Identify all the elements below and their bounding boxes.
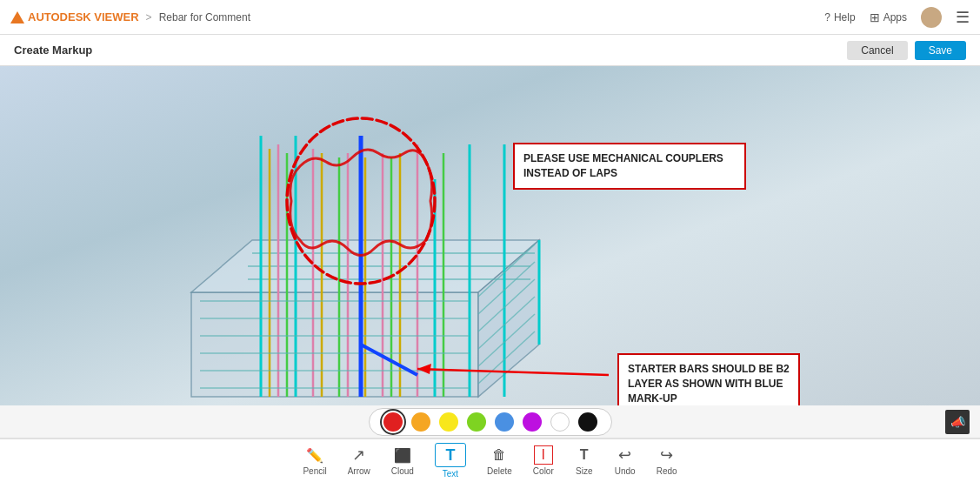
tool-cloud-label: Cloud	[391, 466, 414, 476]
bottom-toolbar: ✏️ Pencil ↗ Arrow ⬛ Cloud T Text 🗑 Delet…	[0, 438, 980, 482]
color-blue[interactable]	[495, 412, 514, 432]
tool-undo[interactable]: ↩ Undo	[615, 445, 636, 476]
tool-redo-label: Redo	[657, 466, 677, 476]
pencil-icon: ✏️	[305, 445, 324, 465]
tool-undo-label: Undo	[615, 466, 636, 476]
subheader-buttons: Cancel Save	[847, 41, 966, 60]
tool-pencil[interactable]: ✏️ Pencil	[303, 445, 326, 476]
apps-grid-icon: ⊞	[870, 10, 880, 24]
tool-text-label: Text	[443, 469, 458, 479]
help-label: Help	[834, 11, 856, 23]
canvas-area: PLEASE USE MECHANICAL COUPLERS INSTEAD O…	[0, 66, 980, 405]
color-orange[interactable]	[411, 412, 430, 432]
delete-icon: 🗑	[490, 445, 509, 465]
header-right: ? Help ⊞ Apps ☰	[824, 7, 970, 28]
tool-size-label: Size	[576, 466, 592, 476]
color-red[interactable]	[383, 412, 403, 432]
header: AUTODESK VIEWER > Rebar for Comment ? He…	[0, 0, 980, 35]
tool-text[interactable]: T Text	[435, 443, 466, 479]
autodesk-triangle-icon	[10, 11, 24, 23]
undo-icon: ↩	[616, 445, 635, 465]
tool-color[interactable]: I Color	[533, 445, 554, 476]
breadcrumb-separator: >	[146, 11, 152, 23]
color-picker-icon: I	[534, 445, 553, 465]
annotation-2-text: STARTER BARS SHOULD BE B2 LAYER AS SHOWN…	[628, 363, 790, 405]
color-green[interactable]	[467, 412, 486, 432]
cancel-button[interactable]: Cancel	[847, 41, 907, 60]
avatar[interactable]	[921, 7, 942, 28]
tool-cloud[interactable]: ⬛ Cloud	[391, 445, 414, 476]
help-button[interactable]: ? Help	[824, 11, 855, 23]
size-icon: T	[575, 445, 594, 465]
apps-button[interactable]: ⊞ Apps	[870, 10, 907, 24]
color-purple[interactable]	[523, 412, 542, 432]
autodesk-viewer-text: AUTODESK VIEWER	[28, 10, 139, 23]
tool-pencil-label: Pencil	[303, 466, 326, 476]
autodesk-logo: AUTODESK VIEWER	[10, 10, 139, 23]
tool-arrow[interactable]: ↗ Arrow	[348, 445, 370, 476]
cloud-icon: ⬛	[393, 445, 412, 465]
tool-delete-label: Delete	[487, 466, 512, 476]
text-icon: T	[441, 445, 460, 465]
color-yellow[interactable]	[439, 412, 458, 432]
tool-size[interactable]: T Size	[575, 445, 594, 476]
redo-icon: ↪	[657, 445, 677, 465]
tool-arrow-label: Arrow	[348, 466, 370, 476]
breadcrumb-item: Rebar for Comment	[159, 11, 250, 23]
page-title: Create Markup	[14, 44, 92, 57]
annotation-1-text: PLEASE USE MECHANICAL COUPLERS INSTEAD O…	[523, 152, 723, 179]
apps-label: Apps	[883, 11, 907, 23]
tool-delete[interactable]: 🗑 Delete	[487, 445, 512, 476]
megaphone-icon: 📣	[950, 415, 965, 429]
tool-color-label: Color	[533, 466, 554, 476]
3d-model-svg	[0, 66, 980, 405]
header-left: AUTODESK VIEWER > Rebar for Comment	[10, 10, 250, 23]
arrow-icon: ↗	[350, 445, 369, 465]
save-button[interactable]: Save	[915, 41, 966, 60]
feedback-icon[interactable]: 📣	[945, 410, 970, 434]
annotation-box-2: STARTER BARS SHOULD BE B2 LAYER AS SHOWN…	[617, 353, 800, 405]
tool-redo[interactable]: ↪ Redo	[657, 445, 677, 476]
color-white[interactable]	[550, 412, 570, 432]
help-circle-icon: ?	[824, 11, 830, 23]
color-black[interactable]	[578, 412, 597, 432]
color-toolbar: 📣	[0, 405, 980, 438]
subheader: Create Markup Cancel Save	[0, 35, 980, 66]
annotation-box-1: PLEASE USE MECHANICAL COUPLERS INSTEAD O…	[513, 143, 746, 190]
menu-hamburger-icon[interactable]: ☰	[956, 8, 970, 27]
